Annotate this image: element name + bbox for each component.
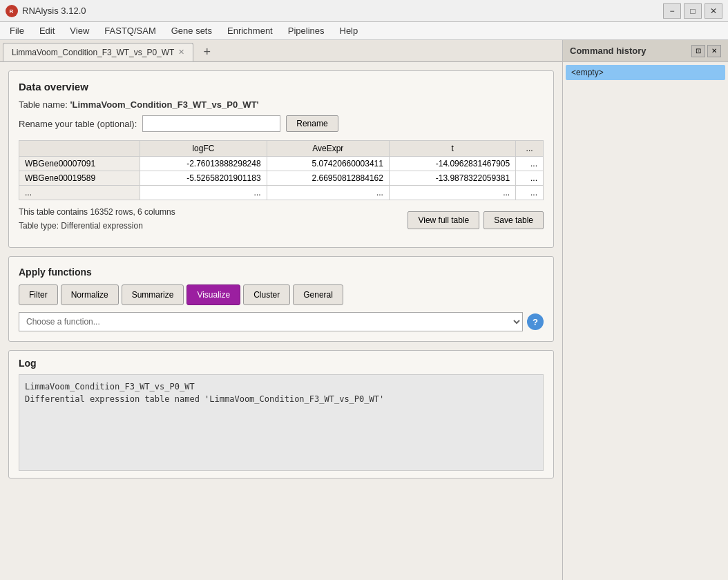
log-line1: LimmaVoom_Condition_F3_WT_vs_P0_WT bbox=[25, 380, 537, 393]
help-button[interactable]: ? bbox=[527, 313, 544, 330]
table-name-row: Table name: 'LimmaVoom_Condition_F3_WT_v… bbox=[19, 99, 544, 110]
menu-edit[interactable]: Edit bbox=[32, 23, 61, 38]
app-icon: R bbox=[6, 5, 18, 17]
data-table: logFC AveExpr t ... WBGene00007091-2.760… bbox=[19, 140, 544, 200]
close-history-button[interactable]: ✕ bbox=[707, 45, 721, 57]
rename-input[interactable] bbox=[142, 115, 280, 132]
apply-functions-section: Apply functions FilterNormalizeSummarize… bbox=[8, 256, 554, 342]
right-panel-header: Command history ⊡ ✕ bbox=[563, 40, 728, 62]
menu-gene-sets[interactable]: Gene sets bbox=[164, 23, 219, 38]
tab-bar: LimmaVoom_Condition_F3_WT_vs_P0_WT ✕ + bbox=[0, 40, 562, 62]
info-left: This table contains 16352 rows, 6 column… bbox=[19, 207, 175, 238]
function-select-row: Choose a function... ? bbox=[19, 312, 544, 331]
title-bar-left: R RNAlysis 3.12.0 bbox=[6, 5, 86, 17]
col-header-t: t bbox=[389, 141, 515, 157]
menu-enrichment[interactable]: Enrichment bbox=[220, 23, 280, 38]
app-title: RNAlysis 3.12.0 bbox=[22, 6, 86, 16]
row-cell: ... bbox=[267, 186, 389, 200]
history-empty-item: <empty> bbox=[566, 65, 725, 80]
title-bar: R RNAlysis 3.12.0 − □ ✕ bbox=[0, 0, 728, 22]
fn-tab-summarize[interactable]: Summarize bbox=[122, 284, 184, 305]
fn-tab-normalize[interactable]: Normalize bbox=[61, 284, 119, 305]
row-cell: ... bbox=[516, 157, 544, 171]
menu-fastq-sam[interactable]: FASTQ/SAM bbox=[97, 23, 162, 38]
right-panel-controls: ⊡ ✕ bbox=[691, 45, 721, 57]
row-gene-name: WBGene00007091 bbox=[19, 157, 140, 171]
menu-bar: File Edit View FASTQ/SAM Gene sets Enric… bbox=[0, 22, 728, 40]
main-layout: LimmaVoom_Condition_F3_WT_vs_P0_WT ✕ + D… bbox=[0, 40, 728, 580]
rename-label: Rename your table (optional): bbox=[19, 119, 137, 129]
log-title: Log bbox=[19, 358, 544, 369]
log-line2: Differential expression table named 'Lim… bbox=[25, 393, 537, 405]
row-cell: -5.52658201901183 bbox=[140, 171, 267, 186]
svg-text:R: R bbox=[10, 8, 14, 14]
apply-functions-title: Apply functions bbox=[19, 267, 544, 278]
content-area: Data overview Table name: 'LimmaVoom_Con… bbox=[0, 62, 562, 580]
col-header-rowname bbox=[19, 141, 140, 157]
minimize-button[interactable]: − bbox=[663, 3, 681, 19]
table-type: Table type: Differential expression bbox=[19, 221, 175, 231]
row-cell: -13.9878322059381 bbox=[389, 171, 515, 186]
row-cell: ... bbox=[389, 186, 515, 200]
main-tab[interactable]: LimmaVoom_Condition_F3_WT_vs_P0_WT ✕ bbox=[3, 43, 193, 61]
row-cell: 5.07420660003411 bbox=[267, 157, 389, 171]
col-header-more: ... bbox=[516, 141, 544, 157]
right-panel: Command history ⊡ ✕ <empty> bbox=[562, 40, 728, 580]
row-gene-name: WBGene00019589 bbox=[19, 171, 140, 186]
col-header-logfc: logFC bbox=[140, 141, 267, 157]
tab-label: LimmaVoom_Condition_F3_WT_vs_P0_WT bbox=[12, 48, 174, 57]
data-overview-title: Data overview bbox=[19, 81, 544, 93]
row-cell: ... bbox=[516, 171, 544, 186]
row-cell: -2.76013888298248 bbox=[140, 157, 267, 171]
info-actions-row: This table contains 16352 rows, 6 column… bbox=[19, 207, 544, 238]
data-overview-section: Data overview Table name: 'LimmaVoom_Con… bbox=[8, 70, 554, 248]
menu-help[interactable]: Help bbox=[333, 23, 365, 38]
fn-tab-cluster[interactable]: Cluster bbox=[243, 284, 290, 305]
title-bar-controls: − □ ✕ bbox=[663, 3, 722, 19]
function-tabs: FilterNormalizeSummarizeVisualizeCluster… bbox=[19, 284, 544, 305]
col-header-aveexpr: AveExpr bbox=[267, 141, 389, 157]
restore-button[interactable]: ⊡ bbox=[691, 45, 705, 57]
command-history-title: Command history bbox=[570, 46, 646, 56]
maximize-button[interactable]: □ bbox=[684, 3, 702, 19]
rename-row: Rename your table (optional): Rename bbox=[19, 115, 544, 132]
rename-button[interactable]: Rename bbox=[286, 115, 338, 132]
tab-close-icon[interactable]: ✕ bbox=[178, 48, 184, 57]
fn-tab-visualize[interactable]: Visualize bbox=[186, 284, 240, 305]
menu-view[interactable]: View bbox=[63, 23, 96, 38]
row-cell: -14.0962831467905 bbox=[389, 157, 515, 171]
left-panel: LimmaVoom_Condition_F3_WT_vs_P0_WT ✕ + D… bbox=[0, 40, 562, 580]
add-tab-button[interactable]: + bbox=[198, 43, 216, 61]
save-table-button[interactable]: Save table bbox=[483, 211, 544, 229]
table-actions: View full table Save table bbox=[408, 211, 544, 229]
menu-file[interactable]: File bbox=[3, 23, 31, 38]
table-row: WBGene00019589-5.526582019011832.6695081… bbox=[19, 171, 544, 186]
fn-tab-general[interactable]: General bbox=[293, 284, 343, 305]
menu-pipelines[interactable]: Pipelines bbox=[281, 23, 332, 38]
table-name-label: Table name: bbox=[19, 99, 68, 110]
close-button[interactable]: ✕ bbox=[705, 3, 722, 19]
function-select[interactable]: Choose a function... bbox=[19, 312, 523, 331]
log-section: Log LimmaVoom_Condition_F3_WT_vs_P0_WT D… bbox=[8, 350, 554, 478]
table-name-value: 'LimmaVoom_Condition_F3_WT_vs_P0_WT' bbox=[70, 99, 258, 110]
log-content: LimmaVoom_Condition_F3_WT_vs_P0_WT Diffe… bbox=[19, 374, 544, 471]
table-info: This table contains 16352 rows, 6 column… bbox=[19, 207, 175, 217]
table-row: ............... bbox=[19, 186, 544, 200]
row-gene-name: ... bbox=[19, 186, 140, 200]
right-panel-content: <empty> bbox=[563, 62, 728, 580]
row-cell: ... bbox=[516, 186, 544, 200]
fn-tab-filter[interactable]: Filter bbox=[19, 284, 58, 305]
row-cell: ... bbox=[140, 186, 267, 200]
view-full-table-button[interactable]: View full table bbox=[408, 211, 479, 229]
row-cell: 2.66950812884162 bbox=[267, 171, 389, 186]
table-row: WBGene00007091-2.760138882982485.0742066… bbox=[19, 157, 544, 171]
